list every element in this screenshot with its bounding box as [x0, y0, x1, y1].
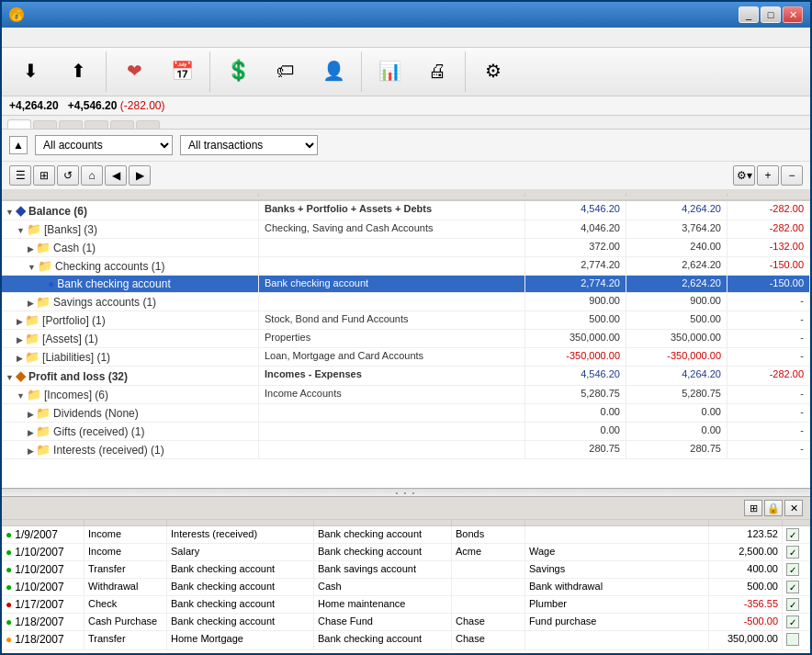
tab-reports[interactable]: [85, 120, 108, 129]
preferences-button[interactable]: ⚙: [470, 51, 516, 92]
import-button[interactable]: ⬇: [7, 51, 53, 92]
list-view-button[interactable]: ☰: [9, 165, 31, 186]
chart-button[interactable]: 📊: [367, 51, 412, 92]
account-row[interactable]: ▶📁 Gifts (received) (1)0.000.00-: [2, 423, 810, 441]
expand-icon[interactable]: ▶: [28, 446, 34, 456]
home-button[interactable]: ⌂: [81, 165, 103, 186]
expand-icon[interactable]: ▶: [17, 354, 23, 363]
trans-date: ●1/9/2007: [2, 526, 85, 543]
maximize-button[interactable]: □: [761, 6, 781, 23]
trans-reconciled-checkbox[interactable]: [783, 631, 810, 649]
expand-icon[interactable]: ▶: [28, 428, 34, 437]
close-button[interactable]: ✕: [783, 6, 803, 23]
tab-transactions[interactable]: [33, 120, 57, 129]
folder-icon: 📁: [36, 295, 51, 309]
expand-icon[interactable]: ▼: [17, 391, 25, 401]
trans-amount: 400.00: [709, 561, 783, 578]
account-row[interactable]: ▶📁 [Assets] (1)Properties350,000.00350,0…: [2, 330, 810, 348]
refresh-button[interactable]: ↺: [57, 165, 79, 186]
expand-icon[interactable]: ▶: [17, 335, 23, 344]
menu-file[interactable]: [6, 36, 20, 40]
forward-button[interactable]: ▶: [129, 165, 151, 186]
account-row[interactable]: ▶📁 Savings accounts (1)900.00900.00-: [2, 293, 810, 311]
account-name-cell: ▼📁 Checking accounts (1): [2, 257, 259, 275]
col-name: [2, 193, 259, 197]
filter-toggle-button[interactable]: ▲: [9, 136, 28, 154]
pane-divider[interactable]: • • •: [2, 488, 810, 497]
transaction-row[interactable]: ●1/10/2007WithdrawalBank checking accoun…: [2, 579, 810, 596]
transaction-row[interactable]: ●1/10/2007IncomeSalaryBank checking acco…: [2, 544, 810, 561]
transaction-filter-select[interactable]: All transactions: [180, 135, 318, 155]
menu-account[interactable]: [50, 36, 64, 40]
account-row[interactable]: ▶📁 Interests (received) (1)280.75280.75-: [2, 441, 810, 459]
checkbox-icon[interactable]: [786, 633, 799, 646]
account-row[interactable]: ▶📁 [Portfolio] (1)Stock, Bond and Fund A…: [2, 311, 810, 330]
remove-account-button[interactable]: −: [781, 165, 803, 186]
transactions-grid-icon[interactable]: ⊞: [744, 500, 762, 516]
grid-view-button[interactable]: ⊞: [33, 165, 55, 186]
checkbox-icon[interactable]: ✓: [786, 563, 799, 576]
tab-queries[interactable]: [59, 120, 83, 129]
favorites-button[interactable]: ❤: [111, 51, 157, 92]
expand-icon[interactable]: ▶: [28, 299, 34, 308]
expand-icon[interactable]: ▶: [17, 317, 23, 326]
account-row[interactable]: ● Bank checking accountBank checking acc…: [2, 276, 810, 293]
scheduler-button[interactable]: 📅: [159, 51, 205, 92]
checkbox-icon[interactable]: ✓: [786, 598, 799, 611]
menu-transaction[interactable]: [64, 36, 79, 40]
trans-reconciled-checkbox[interactable]: ✓: [783, 544, 810, 560]
trans-col-amount: [709, 520, 783, 525]
menu-window[interactable]: [79, 36, 94, 40]
menu-edit[interactable]: [20, 36, 35, 40]
tab-statistics[interactable]: [136, 120, 160, 129]
settings-button[interactable]: ⚙▾: [733, 165, 755, 186]
checkbox-icon[interactable]: ✓: [786, 528, 799, 541]
account-row[interactable]: ▼📁 Checking accounts (1)2,774.202,624.20…: [2, 257, 810, 276]
expand-icon[interactable]: ▶: [28, 244, 34, 254]
export-button[interactable]: ⬆: [55, 51, 101, 92]
categories-button[interactable]: 🏷: [263, 51, 309, 92]
account-filter-select[interactable]: All accounts: [35, 135, 173, 155]
expand-icon[interactable]: ▼: [28, 263, 36, 272]
expand-icon[interactable]: ▶: [28, 410, 34, 419]
account-row[interactable]: ▼◆ Balance (6)Banks + Portfolio + Assets…: [2, 201, 810, 220]
transaction-date: 1/17/2007: [15, 598, 63, 611]
transaction-row[interactable]: ●1/10/2007TransferBank checking accountB…: [2, 561, 810, 579]
transactions-lock-icon[interactable]: 🔒: [764, 500, 783, 516]
account-row[interactable]: ▼◆ Profit and loss (32)Incomes - Expense…: [2, 367, 810, 386]
trans-col-comment: [525, 520, 709, 525]
transaction-row[interactable]: ●1/18/2007TransferHome MortgageBank chec…: [2, 631, 810, 650]
transaction-status-dot: ●: [6, 546, 12, 559]
print-button[interactable]: 🖨: [414, 51, 460, 92]
trans-reconciled-checkbox[interactable]: ✓: [783, 614, 810, 630]
accounts-table-header: [2, 190, 810, 201]
transactions-close-icon[interactable]: ✕: [784, 500, 803, 516]
contacts-button[interactable]: 👤: [310, 51, 356, 92]
expand-icon[interactable]: ▼: [6, 208, 14, 217]
menu-help[interactable]: [94, 36, 108, 40]
transaction-row[interactable]: ●1/9/2007IncomeInterests (received)Bank …: [2, 526, 810, 544]
trans-reconciled-checkbox[interactable]: ✓: [783, 526, 810, 543]
tab-budgets[interactable]: [110, 120, 134, 129]
account-row[interactable]: ▶📁 Cash (1)372.00240.00-132.00: [2, 239, 810, 257]
transaction-row[interactable]: ●1/18/2007Cash PurchaseBank checking acc…: [2, 614, 810, 631]
account-row[interactable]: ▼📁 [Incomes] (6)Income Accounts5,280.755…: [2, 386, 810, 404]
account-row[interactable]: ▼📁 [Banks] (3)Checking, Saving and Cash …: [2, 220, 810, 239]
trans-reconciled-checkbox[interactable]: ✓: [783, 579, 810, 595]
expand-icon[interactable]: ▼: [6, 373, 14, 382]
trans-reconciled-checkbox[interactable]: ✓: [783, 561, 810, 578]
tab-overview[interactable]: [7, 119, 31, 129]
checkbox-icon[interactable]: ✓: [786, 581, 799, 593]
account-row[interactable]: ▶📁 [Liabilities] (1)Loan, Mortgage and C…: [2, 348, 810, 367]
checkbox-icon[interactable]: ✓: [786, 546, 799, 559]
expand-icon[interactable]: ▼: [17, 226, 25, 235]
menu-category[interactable]: [35, 36, 50, 40]
transaction-row[interactable]: ●1/17/2007CheckBank checking accountHome…: [2, 596, 810, 614]
checkbox-icon[interactable]: ✓: [786, 615, 799, 628]
back-button[interactable]: ◀: [105, 165, 127, 186]
accounts-button[interactable]: 💲: [215, 51, 261, 92]
account-row[interactable]: ▶📁 Dividends (None)0.000.00-: [2, 404, 810, 423]
minimize-button[interactable]: _: [739, 6, 759, 23]
add-account-button[interactable]: +: [757, 165, 779, 186]
trans-reconciled-checkbox[interactable]: ✓: [783, 596, 810, 613]
